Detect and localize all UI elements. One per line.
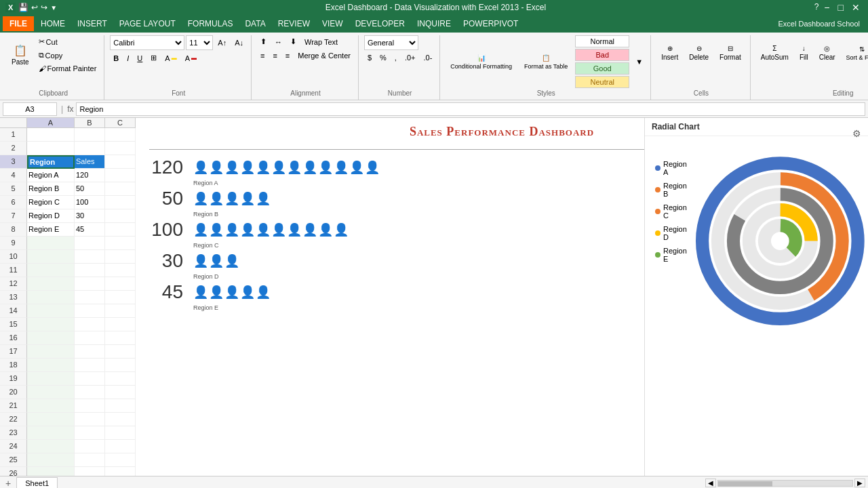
cell-22C[interactable]: [105, 413, 136, 426]
help-icon[interactable]: ?: [814, 2, 819, 13]
align-left-btn[interactable]: ≡: [257, 49, 268, 62]
cell-3C[interactable]: [105, 155, 136, 169]
comma-btn[interactable]: ,: [391, 52, 400, 64]
cell-23B[interactable]: [75, 426, 105, 440]
good-style[interactable]: Good: [575, 62, 629, 75]
normal-style[interactable]: Normal: [575, 35, 629, 47]
row-header-14[interactable]: 14: [0, 304, 27, 318]
font-name-select[interactable]: Calibri: [110, 35, 184, 50]
cell-2B[interactable]: [75, 142, 105, 155]
cell-22A[interactable]: [27, 413, 75, 426]
decrease-decimal-btn[interactable]: .0-: [420, 52, 436, 64]
row-header-22[interactable]: 22: [0, 413, 27, 426]
customize-icon[interactable]: ▼: [50, 4, 57, 12]
row-header-23[interactable]: 23: [0, 426, 27, 440]
cell-15A[interactable]: [27, 318, 75, 331]
cell-18A[interactable]: [27, 359, 75, 372]
cell-3A[interactable]: Region: [27, 155, 75, 169]
redo-icon[interactable]: ↪: [41, 3, 47, 12]
cell-24A[interactable]: [27, 440, 75, 453]
cell-18B[interactable]: [75, 359, 105, 372]
row-header-19[interactable]: 19: [0, 372, 27, 386]
cell-24C[interactable]: [105, 440, 136, 453]
cell-4B[interactable]: 120: [75, 169, 105, 182]
neutral-style[interactable]: Neutral: [575, 76, 629, 88]
cell-8C[interactable]: [105, 223, 136, 237]
format-as-table-btn[interactable]: 📋 Format as Table: [519, 44, 572, 79]
conditional-formatting-btn[interactable]: 📊 Conditional Formatting: [446, 44, 517, 79]
data-menu[interactable]: DATA: [239, 16, 271, 31]
cell-13C[interactable]: [105, 291, 136, 304]
cell-11C[interactable]: [105, 264, 136, 277]
cell-21A[interactable]: [27, 399, 75, 413]
format-btn[interactable]: ⊟ Format: [715, 35, 746, 70]
row-header-15[interactable]: 15: [0, 318, 27, 331]
cell-2A[interactable]: [27, 142, 75, 155]
row-header-5[interactable]: 5: [0, 182, 27, 196]
row-header-17[interactable]: 17: [0, 345, 27, 359]
row-header-10[interactable]: 10: [0, 250, 27, 264]
cell-4C[interactable]: [105, 169, 136, 182]
cell-17B[interactable]: [75, 345, 105, 359]
row-header-7[interactable]: 7: [0, 209, 27, 223]
function-icon[interactable]: fx: [67, 104, 73, 114]
row-header-12[interactable]: 12: [0, 277, 27, 291]
cell-12C[interactable]: [105, 277, 136, 291]
row-header-18[interactable]: 18: [0, 359, 27, 372]
cell-7C[interactable]: [105, 209, 136, 223]
cell-23C[interactable]: [105, 426, 136, 440]
name-box[interactable]: [3, 102, 57, 116]
row-header-24[interactable]: 24: [0, 440, 27, 453]
decrease-font-btn[interactable]: A↓: [231, 37, 247, 49]
cell-16C[interactable]: [105, 331, 136, 345]
paste-button[interactable]: 📋 Paste: [7, 37, 34, 73]
undo-icon[interactable]: ↩: [31, 3, 38, 12]
row-header-25[interactable]: 25: [0, 453, 27, 467]
row-header-26[interactable]: 26: [0, 467, 27, 476]
cell-23A[interactable]: [27, 426, 75, 440]
italic-button[interactable]: I: [123, 52, 132, 64]
col-header-A[interactable]: A: [27, 118, 75, 127]
cell-22B[interactable]: [75, 413, 105, 426]
cell-8B[interactable]: 45: [75, 223, 105, 237]
align-right-btn[interactable]: ≡: [282, 49, 293, 62]
cell-9A[interactable]: [27, 237, 75, 250]
cell-19C[interactable]: [105, 372, 136, 386]
cell-4A[interactable]: Region A: [27, 169, 75, 182]
row-header-16[interactable]: 16: [0, 331, 27, 345]
cell-2C[interactable]: [105, 142, 136, 155]
cell-25A[interactable]: [27, 453, 75, 467]
row-header-11[interactable]: 11: [0, 264, 27, 277]
merge-center-btn[interactable]: Merge & Center: [294, 49, 354, 62]
cell-9B[interactable]: [75, 237, 105, 250]
format-painter-button[interactable]: 🖌 Format Painter: [35, 62, 100, 75]
cell-10C[interactable]: [105, 250, 136, 264]
cell-19A[interactable]: [27, 372, 75, 386]
increase-decimal-btn[interactable]: .0+: [401, 52, 419, 64]
insert-menu[interactable]: INSERT: [72, 16, 113, 31]
cell-1C[interactable]: [105, 128, 136, 142]
font-size-select[interactable]: 11: [186, 35, 213, 50]
autosum-btn[interactable]: Σ AutoSum: [756, 35, 793, 70]
copy-button[interactable]: ⧉ Copy: [35, 49, 100, 62]
cell-13B[interactable]: [75, 291, 105, 304]
cell-14A[interactable]: [27, 304, 75, 318]
wrap-text-btn[interactable]: Wrap Text: [301, 36, 341, 48]
increase-font-btn[interactable]: A↑: [214, 37, 230, 49]
cell-25C[interactable]: [105, 453, 136, 467]
minimize-btn[interactable]: −: [821, 2, 832, 13]
cell-5B[interactable]: 50: [75, 182, 105, 196]
formula-input[interactable]: [76, 102, 865, 116]
cell-15C[interactable]: [105, 318, 136, 331]
developer-menu[interactable]: DEVELOPER: [350, 16, 410, 31]
cell-7B[interactable]: 30: [75, 209, 105, 223]
chart-settings-icon[interactable]: ⚙: [852, 128, 861, 139]
cell-26A[interactable]: [27, 467, 75, 476]
horizontal-scrollbar[interactable]: [717, 480, 853, 487]
save-icon[interactable]: 💾: [18, 3, 28, 12]
inquire-menu[interactable]: INQUIRE: [412, 16, 456, 31]
border-button[interactable]: ⊞: [147, 52, 160, 64]
cell-24B[interactable]: [75, 440, 105, 453]
sheet-tab-1[interactable]: Sheet1: [16, 477, 58, 489]
cell-17C[interactable]: [105, 345, 136, 359]
